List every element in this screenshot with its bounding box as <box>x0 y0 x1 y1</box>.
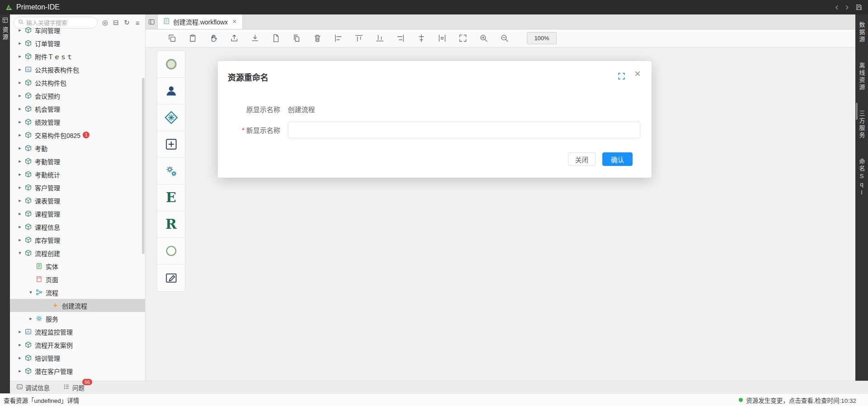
panel-toggle-icon[interactable] <box>145 14 157 29</box>
tree-expand-icon[interactable]: ▾ <box>16 250 23 256</box>
tree-item[interactable]: ▸ 考勤统计 <box>10 168 145 181</box>
status-right[interactable]: 资源发生变更，点击查看,检查时间:10:32 <box>739 396 856 405</box>
tree-item[interactable]: ▸ 车间管理 <box>10 24 145 37</box>
save-icon[interactable] <box>855 4 863 11</box>
dialog-close-icon[interactable]: × <box>634 68 641 79</box>
tree-item[interactable]: ▾ 流程创建 <box>10 246 145 260</box>
user-task-node[interactable] <box>157 78 185 104</box>
nav-back-icon[interactable]: ‹ <box>835 2 838 12</box>
tree-expand-icon[interactable]: ▸ <box>16 329 23 335</box>
tree-item[interactable]: 实体 <box>10 260 145 273</box>
right-panel-tab-3[interactable]: 三方服务 <box>858 110 866 139</box>
tree-expand-icon[interactable]: ▸ <box>16 355 23 361</box>
nav-forward-icon[interactable]: › <box>845 2 849 12</box>
zoom-out-icon[interactable] <box>499 33 510 44</box>
export-icon[interactable] <box>229 33 240 44</box>
close-button[interactable]: 关闭 <box>568 152 596 166</box>
tree-item[interactable]: ▸ 公共构件包 <box>10 76 145 89</box>
delete-icon[interactable] <box>312 33 323 44</box>
zoom-in-icon[interactable] <box>478 33 489 44</box>
subprocess-node[interactable] <box>157 131 185 158</box>
tree-expand-icon[interactable]: ▸ <box>16 224 23 230</box>
tree-expand-icon[interactable]: ▸ <box>16 158 23 164</box>
align-center-icon[interactable] <box>416 33 427 44</box>
tree-expand-icon[interactable]: ▸ <box>16 211 23 217</box>
tree-expand-icon[interactable]: ▾ <box>27 289 34 295</box>
tree-item[interactable]: ▸ 课程信息 <box>10 220 145 233</box>
tree-item[interactable]: ▸ 绩效管理 <box>10 115 145 128</box>
tree-item[interactable]: ▸ 考勤管理 <box>10 155 145 168</box>
tree-expand-icon[interactable]: ▸ <box>16 66 23 72</box>
right-panel-scrollbar[interactable] <box>856 103 858 120</box>
editor-tab-workflow[interactable]: 创建流程.workflowx × <box>157 14 243 29</box>
copy-icon[interactable] <box>166 33 178 44</box>
paste-icon[interactable] <box>187 33 198 44</box>
tree-expand-icon[interactable]: ▸ <box>16 80 23 85</box>
sidebar-scrollbar[interactable] <box>142 78 145 254</box>
right-panel-tab-1[interactable]: 数据源 <box>858 22 866 43</box>
new-display-name-input[interactable] <box>288 122 640 138</box>
problems-tab[interactable]: 问题 66 <box>63 383 84 392</box>
tree-expand-icon[interactable]: ▸ <box>16 53 23 59</box>
activity-tab-resources[interactable]: 资源 <box>1 27 9 41</box>
confirm-button[interactable]: 确认 <box>602 152 633 166</box>
distribute-icon[interactable] <box>436 33 448 44</box>
tree-item[interactable]: ▸ 考勤 <box>10 142 145 155</box>
end-node[interactable] <box>157 238 185 264</box>
tree-item[interactable]: ▸ 公共报表构件包 <box>10 63 145 76</box>
service-task-node[interactable] <box>157 158 185 184</box>
new-file-icon[interactable] <box>270 33 282 44</box>
tree-expand-icon[interactable]: ▸ <box>16 40 23 46</box>
tree-item[interactable]: 页面 <box>10 273 145 286</box>
tree-item[interactable]: ▸ 服务 <box>10 312 145 325</box>
right-panel-tab-4[interactable]: 命名Sql <box>858 158 866 197</box>
tree-item[interactable]: ▸ 库存管理 <box>10 233 145 246</box>
tree-item[interactable]: ▸ 客户管理 <box>10 181 145 194</box>
align-left-icon[interactable] <box>333 33 344 44</box>
note-node[interactable] <box>157 264 185 291</box>
tree-expand-icon[interactable]: ▸ <box>16 27 23 33</box>
debug-info-tab[interactable]: 调试信息 <box>16 383 50 392</box>
tree-item[interactable]: ▸ 培训管理 <box>10 351 145 364</box>
tree-expand-icon[interactable]: ▸ <box>27 316 34 321</box>
tree-expand-icon[interactable]: ▸ <box>16 342 23 348</box>
download-icon[interactable] <box>249 33 261 44</box>
tree-item[interactable]: ▸ 流程监控管理 <box>10 325 145 338</box>
tree-expand-icon[interactable]: ▸ <box>16 171 23 177</box>
tree-item[interactable]: ▾ 流程 <box>10 286 145 299</box>
tab-close-icon[interactable]: × <box>232 18 236 25</box>
duplicate-icon[interactable] <box>291 33 302 44</box>
tree-expand-icon[interactable]: ▸ <box>16 119 23 125</box>
tree-item[interactable]: ▸ 订单管理 <box>10 37 145 50</box>
tree-item[interactable]: ▸ 交易构件包0825 1 <box>10 128 145 142</box>
tree-expand-icon[interactable]: ▸ <box>16 145 23 151</box>
fit-screen-icon[interactable] <box>457 33 469 44</box>
tree-expand-icon[interactable]: ▸ <box>16 184 23 190</box>
tree-item[interactable]: ▸ 潜在客户管理 <box>10 364 145 378</box>
rule-node[interactable]: R <box>157 211 185 238</box>
align-right-icon[interactable] <box>395 33 406 44</box>
tree-item[interactable]: ▸ 机会管理 <box>10 102 145 115</box>
dialog-fullscreen-icon[interactable] <box>618 72 625 80</box>
tree-item[interactable]: ▸ 课程管理 <box>10 207 145 220</box>
entity-node[interactable]: E <box>157 184 185 211</box>
tree-item[interactable]: ▸ 会议预约 <box>10 89 145 102</box>
decision-node[interactable] <box>157 104 185 131</box>
tree-item[interactable]: ▸ 流程开发案例 <box>10 338 145 351</box>
tree-expand-icon[interactable]: ▸ <box>16 106 23 112</box>
tree-expand-icon[interactable]: ▸ <box>16 237 23 243</box>
tree-expand-icon[interactable]: ▸ <box>16 132 23 138</box>
tree-item[interactable]: 创建流程 <box>10 299 145 312</box>
tree-expand-icon[interactable]: ▸ <box>16 198 23 203</box>
tree-expand-icon[interactable]: ▸ <box>16 93 23 99</box>
right-panel-tab-2[interactable]: 离线资源 <box>858 62 866 91</box>
tree-item[interactable]: ▸ 课表管理 <box>10 194 145 207</box>
align-bottom-icon[interactable] <box>374 33 385 44</box>
start-node[interactable] <box>157 51 185 78</box>
tree-expand-icon[interactable]: ▸ <box>16 368 23 374</box>
tree-item[interactable]: ▸ 附件Ｔｅｓｔ <box>10 50 145 63</box>
align-top-icon[interactable] <box>353 33 365 44</box>
pan-icon[interactable] <box>208 33 219 44</box>
status-left-text[interactable]: 查看资源「undefined」详情 <box>4 396 79 405</box>
zoom-level[interactable]: 100% <box>527 32 557 44</box>
